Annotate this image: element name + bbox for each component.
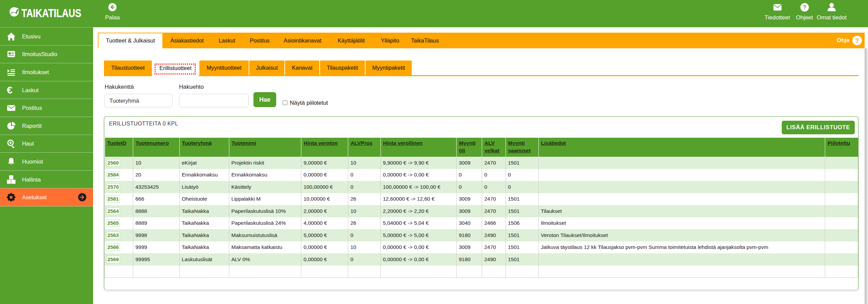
svg-text:?: ? [855, 37, 859, 44]
svg-text:?: ? [803, 4, 806, 10]
